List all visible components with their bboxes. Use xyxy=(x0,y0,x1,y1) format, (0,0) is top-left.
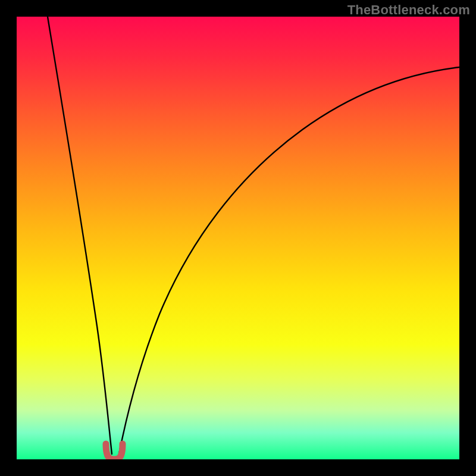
curve-marker-dip xyxy=(106,444,123,459)
watermark-text: TheBottleneck.com xyxy=(347,2,470,18)
curve-left-branch xyxy=(48,17,112,454)
curve-right-branch xyxy=(119,67,459,454)
chart-curves-svg xyxy=(17,17,459,459)
chart-frame: TheBottleneck.com xyxy=(0,0,476,476)
chart-plot-area xyxy=(17,17,459,459)
